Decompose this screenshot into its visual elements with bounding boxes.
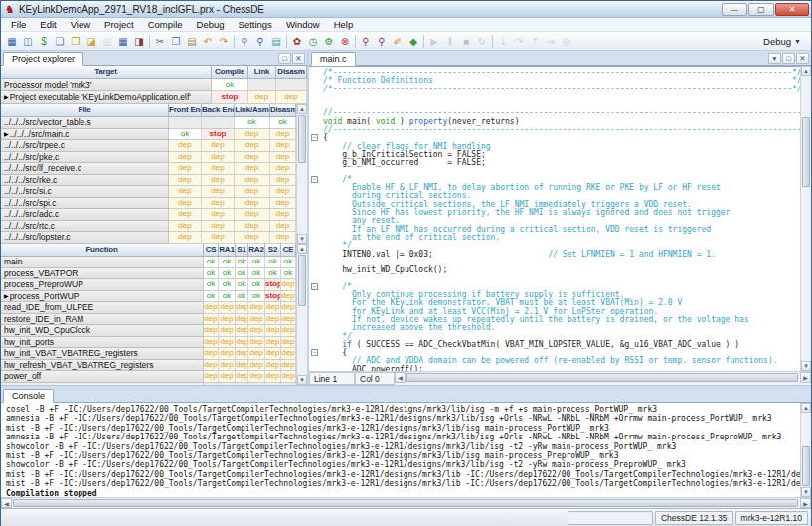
- tab-project-explorer[interactable]: Project explorer: [3, 52, 83, 66]
- file-row[interactable]: ../../../src/pke.cdepdepdepdep: [1, 152, 296, 164]
- minimize-button[interactable]: —: [722, 3, 747, 16]
- function-row[interactable]: mainokokokokokok: [1, 257, 296, 268]
- panel-close-icon[interactable]: ✕: [292, 53, 305, 64]
- column-header[interactable]: Disasm: [276, 66, 307, 79]
- function-row[interactable]: process_PreproWUPokokokokstopdep: [1, 279, 296, 291]
- editor-scrollbar[interactable]: ▲ ▼: [800, 66, 811, 371]
- undo-icon[interactable]: ↶: [200, 33, 216, 49]
- file-row[interactable]: ../../../src/rke.cdepdepdepdep: [1, 175, 296, 187]
- function-row[interactable]: restore_IDE_in_RAMdepdepdepdepdepdep: [1, 314, 296, 326]
- compile-icon[interactable]: ✿: [289, 33, 305, 49]
- file-row[interactable]: ../../../src/si.cdepdepdepdep: [1, 186, 296, 198]
- file-row[interactable]: ../../../src/rtc.cdepdepdepdep: [1, 221, 296, 233]
- menu-edit[interactable]: Edit: [33, 18, 63, 31]
- column-header[interactable]: Target: [1, 66, 212, 79]
- scroll-up-icon[interactable]: ▲: [297, 244, 307, 254]
- column-header[interactable]: Compile: [212, 66, 248, 79]
- window-project-icon[interactable]: ▦: [4, 33, 20, 49]
- scroll-down-icon[interactable]: ▼: [297, 375, 307, 385]
- run-icon[interactable]: ◆: [406, 33, 421, 49]
- redo-icon[interactable]: ↷: [216, 33, 232, 49]
- menu-compile[interactable]: Compile: [141, 18, 190, 31]
- profile-icon[interactable]: ⚲: [374, 33, 390, 49]
- scroll-up-icon[interactable]: ▲: [801, 403, 811, 413]
- close-button[interactable]: ✕: [775, 3, 809, 16]
- function-row[interactable]: hw_init_portsdepdepdepdepdepdep: [1, 337, 296, 349]
- window-editor-icon[interactable]: ◫: [20, 33, 36, 49]
- copy-icon[interactable]: ❐: [168, 33, 184, 49]
- editor-hscrollbar[interactable]: ◀ ▶: [395, 372, 811, 383]
- scroll-left-icon[interactable]: ◀: [395, 372, 406, 383]
- column-header[interactable]: Front End: [169, 104, 202, 117]
- column-header[interactable]: S2: [265, 244, 281, 257]
- column-header[interactable]: Disasm: [270, 104, 296, 117]
- function-row[interactable]: hw_init_WD_CpuClockdepdepdepdepdepdep: [1, 325, 296, 337]
- fold-marker-icon[interactable]: −: [311, 176, 318, 183]
- column-header[interactable]: Link: [248, 66, 276, 79]
- tab-list-chevron-icon[interactable]: ▾: [768, 53, 781, 64]
- find-in-files-icon[interactable]: ⚲: [252, 33, 268, 49]
- scroll-right-icon[interactable]: ▶: [800, 498, 811, 508]
- fold-marker-icon[interactable]: −: [311, 283, 318, 290]
- column-header[interactable]: CE: [281, 244, 296, 257]
- bookmarks-icon[interactable]: ▤: [268, 33, 284, 49]
- function-row[interactable]: power_offdepdepdepdepdepdep: [1, 371, 296, 383]
- file-table-scrollbar[interactable]: ▲ ▼: [296, 104, 307, 244]
- column-header[interactable]: CS: [204, 244, 219, 257]
- function-table-scrollbar[interactable]: ▲ ▼: [296, 244, 307, 385]
- column-header[interactable]: S1: [236, 244, 248, 257]
- scroll-down-icon[interactable]: ▼: [801, 487, 811, 497]
- scroll-up-icon[interactable]: ▲: [801, 66, 811, 76]
- tab-main-c[interactable]: main.c: [311, 52, 356, 66]
- menu-debug[interactable]: Debug: [190, 18, 232, 31]
- file-row[interactable]: ../../../src/lf_receive.cdepdepdepdep: [1, 163, 296, 175]
- code-editor[interactable]: /*--------------------------------------…: [309, 66, 800, 371]
- find-icon[interactable]: ⚲: [237, 33, 252, 49]
- export-icon[interactable]: ◨: [131, 33, 147, 49]
- scroll-down-icon[interactable]: ▼: [297, 234, 307, 244]
- column-header[interactable]: Back End: [202, 104, 235, 117]
- target-row[interactable]: Processor model 'mrk3'ok: [1, 79, 307, 91]
- build-all-icon[interactable]: ⚙: [321, 33, 337, 49]
- menu-window[interactable]: Window: [279, 18, 327, 31]
- panel-close-icon[interactable]: ✕: [796, 53, 809, 64]
- tools-icon[interactable]: ✐: [390, 33, 406, 49]
- console-hscrollbar[interactable]: ◀ ▶: [1, 497, 811, 508]
- paste-icon[interactable]: ▤: [184, 33, 200, 49]
- function-row[interactable]: hw_refresh_VBAT_VBATREG_registersdepdepd…: [1, 360, 296, 372]
- console-output[interactable]: cosel -B +F -IC:/Users/dep17622/00_Tools…: [1, 403, 800, 497]
- scroll-up-icon[interactable]: ▲: [297, 104, 307, 114]
- file-row[interactable]: ../../../src/lopster.cdepdepdepdep: [1, 232, 296, 244]
- file-row[interactable]: ../../../src/adc.cdepdepdepdep: [1, 209, 296, 221]
- build-mode-select[interactable]: Debug▼: [756, 34, 808, 49]
- make-icon[interactable]: ◷: [305, 33, 321, 49]
- file-row[interactable]: ▶../../../src/main.cokstopdepdep: [1, 129, 296, 141]
- panel-maximize-icon[interactable]: □: [782, 53, 795, 64]
- column-header[interactable]: Link/Asm: [235, 104, 270, 117]
- window-symbols-icon[interactable]: $: [36, 33, 52, 49]
- column-header[interactable]: RA2: [248, 244, 265, 257]
- column-header[interactable]: File: [1, 104, 169, 117]
- target-row[interactable]: ▶Project executable 'KEyLinkDemoApplicat…: [1, 91, 307, 104]
- function-row[interactable]: read_IDE_from_ULPEEdepdepdepdepdepdep: [1, 302, 296, 314]
- open-file-icon[interactable]: ❐: [68, 33, 83, 49]
- stop-build-icon[interactable]: ⊗: [337, 33, 353, 49]
- menu-settings[interactable]: Settings: [232, 18, 279, 31]
- fold-marker-icon[interactable]: −: [311, 349, 318, 356]
- file-row[interactable]: ../../../src/vector_table.sokok: [1, 117, 296, 129]
- open-project-icon[interactable]: ◪: [83, 33, 99, 49]
- function-row[interactable]: ▶process_PortWUPokokokokstopdep: [1, 291, 296, 303]
- function-row[interactable]: hw_init_VBAT_VBATREG_registersdepdepdepd…: [1, 348, 296, 360]
- column-header[interactable]: RA1: [219, 244, 236, 257]
- save-all-icon[interactable]: ▦: [115, 33, 131, 49]
- menu-project[interactable]: Project: [97, 18, 141, 31]
- menu-help[interactable]: Help: [327, 18, 361, 31]
- maximize-button[interactable]: ▢: [748, 3, 774, 16]
- scroll-down-icon[interactable]: ▼: [801, 361, 811, 371]
- scroll-left-icon[interactable]: ◀: [1, 498, 12, 508]
- file-row[interactable]: ../../../src/spi.cdepdepdepdep: [1, 198, 296, 210]
- column-header[interactable]: Function: [1, 244, 204, 257]
- file-row[interactable]: ../../../src/trpee.cdepdepdepdep: [1, 140, 296, 152]
- debug-icon[interactable]: ⚲: [358, 33, 374, 49]
- console-scrollbar[interactable]: ▲ ▼: [800, 403, 811, 497]
